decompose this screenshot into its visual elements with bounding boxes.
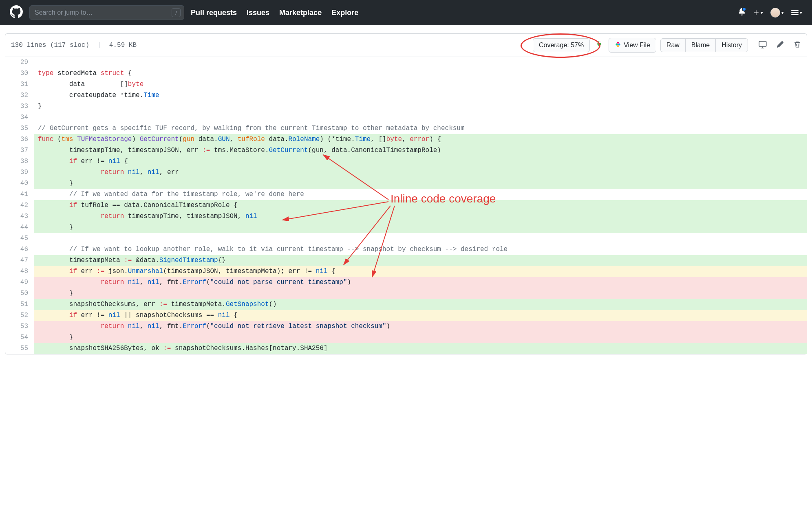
desktop-icon[interactable] [759,40,767,50]
file-toolbar: 130 lines (117 sloc) | 4.59 KB Coverage:… [5,34,807,57]
code-line: 50 } [5,288,807,299]
line-content[interactable]: timestampTime, timestampJSON, err := tms… [34,145,807,156]
line-number[interactable]: 45 [5,233,34,244]
file-info: 130 lines (117 sloc) | 4.59 KB [11,42,137,49]
code-line: 29 [5,57,807,68]
line-content[interactable]: return timestampTime, timestampJSON, nil [34,211,807,222]
plug-icon[interactable] [594,41,605,50]
line-number[interactable]: 38 [5,156,34,167]
create-menu[interactable]: ▾ [753,9,763,16]
line-content[interactable]: } [34,101,807,112]
line-number[interactable]: 44 [5,222,34,233]
line-content[interactable] [34,112,807,123]
line-number[interactable]: 32 [5,90,34,101]
tool-icons [759,40,801,50]
code-line: 46 // If we want to lookup another role,… [5,244,807,255]
caret-down-icon: ▾ [761,10,763,15]
line-content[interactable]: if err != nil { [34,156,807,167]
line-number[interactable]: 29 [5,57,34,68]
line-number[interactable]: 36 [5,134,34,145]
view-file-button[interactable]: View File [609,38,656,53]
pencil-icon[interactable] [777,41,784,50]
github-logo-icon[interactable] [10,5,23,20]
nav-pulls[interactable]: Pull requests [191,9,237,17]
line-number[interactable]: 43 [5,211,34,222]
code-line: 54 } [5,332,807,343]
line-number[interactable]: 52 [5,310,34,321]
line-number[interactable]: 49 [5,277,34,288]
line-number[interactable]: 53 [5,321,34,332]
line-content[interactable]: return nil, nil, err [34,167,807,178]
line-content[interactable]: // GetCurrent gets a specific TUF record… [34,123,807,134]
line-content[interactable] [34,57,807,68]
line-content[interactable]: } [34,288,807,299]
line-number[interactable]: 30 [5,68,34,79]
line-content[interactable]: } [34,222,807,233]
line-number[interactable]: 55 [5,343,34,354]
line-content[interactable]: createupdate *time.Time [34,90,807,101]
raw-button[interactable]: Raw [660,38,686,52]
code-line: 47 timestampMeta := &data.SignedTimestam… [5,255,807,266]
user-menu[interactable]: ▾ [770,8,784,18]
coverage-button[interactable]: Coverage: 57% [533,38,590,52]
line-number[interactable]: 50 [5,288,34,299]
line-number[interactable]: 51 [5,299,34,310]
line-content[interactable]: // If we wanted data for the timestamp r… [34,189,807,200]
notifications-icon[interactable] [738,8,746,17]
line-content[interactable]: // If we want to lookup another role, wa… [34,244,807,255]
code-line: 52 if err != nil || snapshotChecksums ==… [5,310,807,321]
line-content[interactable]: snapshotSHA256Bytes, ok := snapshotCheck… [34,343,807,354]
line-content[interactable]: if err := json.Unmarshal(timestampJSON, … [34,266,807,277]
line-number[interactable]: 54 [5,332,34,343]
trash-icon[interactable] [794,41,801,50]
line-content[interactable]: timestampMeta := &data.SignedTimestamp{} [34,255,807,266]
search-placeholder: Search or jump to… [35,9,93,16]
line-content[interactable]: func (tms TUFMetaStorage) GetCurrent(gun… [34,134,807,145]
nav-issues[interactable]: Issues [247,9,269,17]
nav-marketplace[interactable]: Marketplace [279,9,322,17]
line-content[interactable]: if tufRole == data.CanonicalTimestampRol… [34,200,807,211]
line-content[interactable]: return nil, nil, fmt.Errorf("could not p… [34,277,807,288]
code-line: 44 } [5,222,807,233]
code-line: 41 // If we wanted data for the timestam… [5,189,807,200]
code-line: 39 return nil, nil, err [5,167,807,178]
nav-explore[interactable]: Explore [331,9,358,17]
line-number[interactable]: 41 [5,189,34,200]
line-content[interactable]: } [34,178,807,189]
line-count: 130 lines (117 sloc) [11,42,89,49]
line-content[interactable]: return nil, nil, fmt.Errorf("could not r… [34,321,807,332]
line-number[interactable]: 34 [5,112,34,123]
caret-down-icon: ▾ [800,10,802,15]
file-viewer: 130 lines (117 sloc) | 4.59 KB Coverage:… [5,33,807,354]
line-content[interactable]: if err != nil || snapshotChecksums == ni… [34,310,807,321]
hamburger-icon [791,10,799,15]
svg-rect-0 [759,42,766,47]
blame-button[interactable]: Blame [685,38,716,52]
line-number[interactable]: 31 [5,79,34,90]
hamburger-menu[interactable]: ▾ [791,10,802,15]
line-content[interactable] [34,233,807,244]
line-number[interactable]: 47 [5,255,34,266]
line-content[interactable]: data []byte [34,79,807,90]
line-number[interactable]: 39 [5,167,34,178]
code-line: 51 snapshotChecksums, err := timestampMe… [5,299,807,310]
line-number[interactable]: 42 [5,200,34,211]
history-button[interactable]: History [715,38,748,52]
code-line: 42 if tufRole == data.CanonicalTimestamp… [5,200,807,211]
line-number[interactable]: 35 [5,123,34,134]
line-content[interactable]: type storedMeta struct { [34,68,807,79]
code-line: 48 if err := json.Unmarshal(timestampJSO… [5,266,807,277]
line-number[interactable]: 33 [5,101,34,112]
line-content[interactable]: snapshotChecksums, err := timestampMeta.… [34,299,807,310]
code-line: 38 if err != nil { [5,156,807,167]
line-number[interactable]: 37 [5,145,34,156]
line-number[interactable]: 40 [5,178,34,189]
line-content[interactable]: } [34,332,807,343]
line-number[interactable]: 48 [5,266,34,277]
code-line: 40 } [5,178,807,189]
code-area: Inline code coverage 2930type storedMeta… [5,57,807,354]
search-input[interactable]: Search or jump to… / [29,5,184,20]
separator: | [97,42,102,49]
line-number[interactable]: 46 [5,244,34,255]
code-line: 55 snapshotSHA256Bytes, ok := snapshotCh… [5,343,807,354]
